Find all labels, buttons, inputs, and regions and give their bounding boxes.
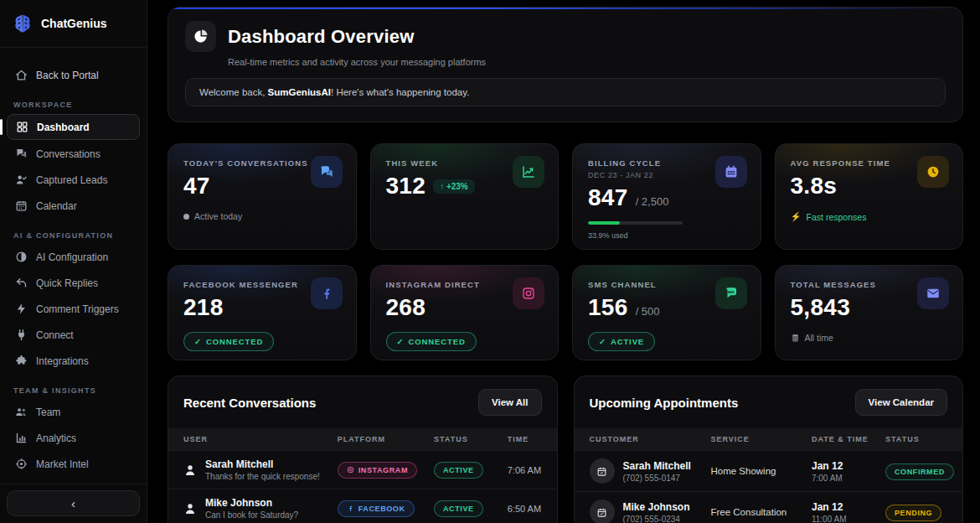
- status-label: ACTIVE: [443, 505, 474, 513]
- sidebar-item-market-intel[interactable]: Market Intel: [7, 452, 140, 476]
- stats-row-2: FACEBOOK MESSENGER 218 ✓CONNECTED INSTAG…: [168, 265, 963, 360]
- appointment-row[interactable]: Mike Johnson(702) 555-0234 Free Consulta…: [575, 492, 963, 523]
- app-root: ChatGenius Back to Portal WORKSPACE Dash…: [0, 0, 980, 523]
- sidebar-item-analytics[interactable]: Analytics: [7, 426, 140, 450]
- stat-card-billing-cycle: BILLING CYCLE DEC 23 - JAN 22 847 / 2,50…: [572, 143, 761, 250]
- appointment-status-badge: PENDING: [885, 505, 941, 521]
- platform-label: FACEBOOK: [358, 505, 405, 513]
- view-all-button[interactable]: View All: [478, 389, 541, 416]
- sidebar-item-ai-configuration[interactable]: AI Configuration: [7, 245, 140, 269]
- team-icon: [15, 406, 28, 418]
- stat-card-this-week: THIS WEEK 312 ↑ +23%: [370, 143, 560, 250]
- clock-icon: [917, 156, 949, 188]
- status-badge: ACTIVE: [434, 500, 483, 517]
- sidebar-nav: Back to Portal WORKSPACE Dashboard Conve…: [0, 48, 147, 484]
- column-header-platform: PLATFORM: [329, 428, 426, 451]
- brand: ChatGenius: [0, 0, 147, 48]
- sidebar-item-calendar[interactable]: Calendar: [7, 194, 140, 218]
- sidebar: ChatGenius Back to Portal WORKSPACE Dash…: [0, 0, 147, 523]
- usage-progress-bar: [588, 221, 683, 225]
- sidebar-collapse-button[interactable]: ‹: [7, 490, 140, 516]
- person-icon: [183, 502, 197, 515]
- home-icon: [15, 69, 28, 81]
- last-message: Can I book for Saturday?: [205, 510, 298, 520]
- calendar-avatar-icon: [590, 458, 615, 484]
- check-icon: ✓: [397, 337, 405, 346]
- main-content: Dashboard Overview Real-time metrics and…: [147, 0, 980, 523]
- status-label: PENDING: [895, 509, 932, 517]
- chat-bubbles-icon: [15, 148, 28, 160]
- sidebar-item-team[interactable]: Team: [7, 400, 140, 424]
- sidebar-item-label: Analytics: [36, 432, 76, 444]
- stat-note: Fast responses: [807, 212, 867, 222]
- stat-value: 156: [588, 294, 628, 321]
- section-label-ai-configuration: AI & CONFIGURATION: [13, 231, 133, 240]
- appointment-date: Jan 12: [812, 501, 869, 513]
- column-header-time: TIME: [499, 428, 557, 451]
- dashboard-header-card: Dashboard Overview Real-time metrics and…: [168, 7, 963, 122]
- stat-note: All time: [805, 333, 833, 343]
- stat-card-total-messages: TOTAL MESSAGES 5,843 All time: [775, 265, 964, 360]
- sidebar-item-integrations[interactable]: Integrations: [7, 349, 140, 373]
- status-label: CONNECTED: [206, 337, 263, 346]
- channel-status-badge: ✓ACTIVE: [588, 332, 655, 351]
- conversation-row[interactable]: Mike JohnsonCan I book for Saturday? FAC…: [168, 489, 557, 523]
- connection-status-badge: ✓CONNECTED: [183, 332, 274, 351]
- stat-quota: / 500: [636, 305, 660, 318]
- check-icon: ✓: [599, 337, 606, 346]
- pie-chart-icon: [185, 21, 216, 52]
- panel-title: Upcoming Appointments: [590, 396, 739, 410]
- stat-value: 5,843: [791, 294, 851, 321]
- sidebar-item-comment-triggers[interactable]: Comment Triggers: [7, 297, 140, 321]
- last-message: Thanks for the quick response!: [205, 472, 320, 481]
- usage-percent-label: 33.9% used: [588, 231, 745, 240]
- sidebar-item-connect[interactable]: Connect: [7, 323, 140, 347]
- stat-value: 47: [183, 173, 210, 199]
- column-header-status: STATUS: [877, 428, 962, 451]
- welcome-suffix: ! Here's what's happening today.: [331, 87, 469, 97]
- welcome-prefix: Welcome back,: [199, 87, 268, 97]
- appointment-date: Jan 12: [812, 460, 869, 472]
- panel-title: Recent Conversations: [183, 396, 316, 410]
- column-header-service: SERVICE: [702, 428, 803, 451]
- sidebar-item-label: AI Configuration: [36, 251, 108, 263]
- sidebar-item-back-to-portal[interactable]: Back to Portal: [7, 63, 140, 87]
- target-icon: [15, 458, 28, 470]
- service-name: Free Consultation: [702, 492, 803, 523]
- sidebar-item-conversations[interactable]: Conversations: [7, 142, 140, 166]
- back-to-portal-label: Back to Portal: [36, 70, 99, 81]
- welcome-username: SumGeniusAI: [268, 87, 331, 97]
- brand-name: ChatGenius: [41, 17, 107, 30]
- bottom-panels: Recent Conversations View All USER PLATF…: [168, 375, 963, 523]
- appointments-table: CUSTOMER SERVICE DATE & TIME STATUS Sara…: [575, 428, 963, 523]
- stat-card-avg-response-time: AVG RESPONSE TIME 3.8s ⚡Fast responses: [775, 143, 964, 250]
- trend-chart-icon: [513, 156, 544, 188]
- service-name: Home Showing: [702, 451, 803, 492]
- sidebar-item-captured-leads[interactable]: Captured Leads: [7, 168, 140, 192]
- status-label: CONFIRMED: [895, 468, 945, 476]
- arrow-up-icon: ↑: [440, 182, 444, 191]
- person-icon: [183, 463, 197, 477]
- appointment-time: 11:00 AM: [812, 515, 869, 523]
- puzzle-icon: [15, 355, 28, 367]
- sms-bubble-icon: SMS: [715, 277, 747, 309]
- stat-note: Active today: [194, 211, 242, 221]
- connection-status-badge: ✓CONNECTED: [386, 332, 477, 351]
- appointment-row[interactable]: Sarah Mitchell(702) 555-0147 Home Showin…: [575, 451, 963, 492]
- appointment-status-badge: CONFIRMED: [885, 463, 954, 480]
- sidebar-item-label: Team: [36, 406, 60, 418]
- stat-quota: / 2,500: [636, 195, 669, 208]
- sidebar-item-quick-replies[interactable]: Quick Replies: [7, 271, 140, 295]
- conversation-row[interactable]: Sarah MitchellThanks for the quick respo…: [168, 451, 557, 489]
- sidebar-item-label: Integrations: [36, 355, 89, 367]
- customer-name: Sarah Mitchell: [623, 460, 691, 472]
- sidebar-item-dashboard[interactable]: Dashboard: [7, 114, 140, 140]
- view-calendar-button[interactable]: View Calendar: [855, 389, 947, 416]
- conversation-time: 7:06 AM: [499, 451, 557, 489]
- user-name: Mike Johnson: [205, 497, 298, 509]
- customer-phone: (702) 555-0234: [623, 515, 690, 523]
- upcoming-appointments-panel: Upcoming Appointments View Calendar CUST…: [574, 375, 964, 523]
- sidebar-item-label: Connect: [36, 329, 74, 341]
- calendar-icon: [715, 156, 747, 188]
- platform-badge-instagram: INSTAGRAM: [338, 462, 417, 479]
